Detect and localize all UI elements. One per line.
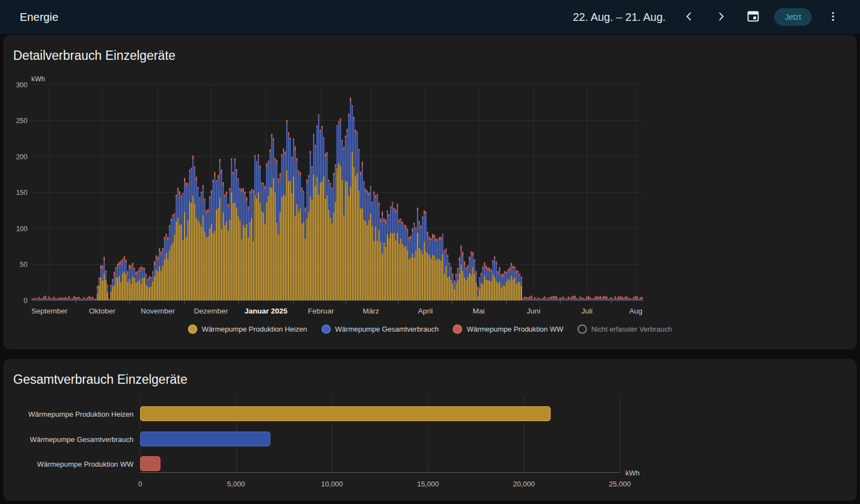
legend-color-ww-icon [453, 324, 462, 334]
legend-item-nicht-erfasster-verbrauch[interactable]: Nicht erfasster Verbrauch [578, 324, 672, 334]
main-content: Detailverbrauch Einzelgeräte 05010015020… [0, 34, 860, 501]
legend-color-inactive-icon [578, 324, 587, 334]
svg-text:Mai: Mai [473, 307, 485, 315]
category-label: Wärmepumpe Produktion Heizen [3, 410, 137, 418]
legend-item-heizen[interactable]: Wärmepumpe Produktion Heizen [188, 324, 307, 334]
svg-text:Juni: Juni [527, 307, 541, 315]
svg-text:Oktober: Oktober [89, 307, 116, 315]
x-axis-line [140, 472, 620, 473]
hbar-heizen[interactable] [140, 406, 551, 421]
svg-text:kWh: kWh [31, 75, 45, 83]
legend-item-ww[interactable]: Wärmepumpe Produktion WW [453, 324, 563, 334]
chevron-right-icon [715, 10, 727, 24]
svg-text:März: März [363, 307, 379, 315]
svg-text:Januar 2025: Januar 2025 [245, 307, 288, 315]
svg-text:November: November [141, 307, 175, 315]
category-label: Wärmepumpe Produktion WW [3, 460, 137, 468]
x-axis-tick-labels: 05,00010,00015,00020,00025,000 [140, 480, 620, 490]
next-period-button[interactable] [709, 5, 733, 29]
category-label: Wärmepumpe Gesamtverbrauch [3, 435, 137, 443]
total-row-ww: Wärmepumpe Produktion WW [3, 456, 857, 471]
legend-color-heizen-icon [188, 324, 197, 334]
svg-text:50: 50 [20, 261, 27, 268]
hbar-ww[interactable] [140, 456, 160, 471]
app-header: Energie 22. Aug. – 21. Aug. Jetzt [0, 0, 860, 34]
page-title: Energie [20, 11, 58, 24]
legend-item-gesamtverbrauch[interactable]: Wärmepumpe Gesamtverbrauch [321, 324, 439, 334]
calendar-icon [746, 9, 760, 25]
svg-text:Aug: Aug [629, 307, 642, 315]
now-button[interactable]: Jetzt [774, 8, 812, 26]
header-controls: 22. Aug. – 21. Aug. Jetzt [573, 5, 849, 29]
detail-chart-card: Detailverbrauch Einzelgeräte 05010015020… [3, 35, 857, 349]
total-bar-chart: Wärmepumpe Produktion Heizen Wärmepumpe … [3, 359, 857, 501]
total-chart-card: Gesamtverbrauch Einzelgeräte Wärmepumpe … [3, 359, 857, 501]
menu-button[interactable] [822, 5, 845, 29]
svg-text:150: 150 [16, 189, 27, 197]
svg-text:Dezember: Dezember [194, 307, 229, 315]
svg-text:September: September [31, 307, 68, 315]
svg-text:250: 250 [16, 117, 27, 125]
legend-color-gesamtverbrauch-icon [321, 324, 331, 334]
svg-text:200: 200 [16, 153, 27, 161]
chevron-left-icon [683, 10, 695, 24]
total-row-gesamtverbrauch: Wärmepumpe Gesamtverbrauch [3, 432, 857, 446]
total-row-heizen: Wärmepumpe Produktion Heizen [3, 406, 857, 421]
svg-text:Juli: Juli [581, 307, 592, 315]
hbar-gesamtverbrauch[interactable] [140, 432, 270, 446]
svg-text:100: 100 [16, 225, 27, 233]
chart-legend: Wärmepumpe Produktion Heizen Wärmepumpe … [3, 324, 857, 334]
prev-period-button[interactable] [678, 5, 701, 29]
calendar-button[interactable] [741, 5, 764, 29]
date-range-label: 22. Aug. – 21. Aug. [573, 11, 665, 24]
svg-text:0: 0 [24, 297, 27, 305]
svg-text:Februar: Februar [308, 307, 334, 315]
svg-text:300: 300 [16, 81, 27, 89]
x-axis-unit-label: kWh [625, 469, 640, 477]
detail-stacked-bar-chart[interactable]: 050100150200250300SeptemberOktoberNovemb… [3, 35, 653, 349]
svg-text:April: April [418, 307, 432, 315]
dots-vertical-icon [827, 10, 839, 24]
